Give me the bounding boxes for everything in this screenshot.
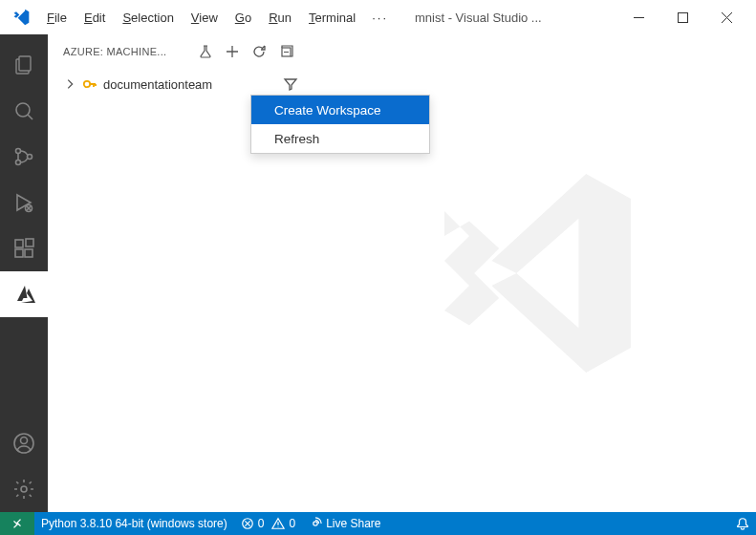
svg-point-13: [21, 438, 28, 444]
svg-point-16: [84, 81, 90, 87]
tree-item-label: documentationteam: [103, 77, 212, 92]
vscode-logo-icon: [11, 8, 31, 27]
close-button[interactable]: [704, 0, 748, 34]
status-bar: Python 3.8.10 64-bit (windows store) 0 0…: [0, 512, 756, 535]
activity-bar: [0, 34, 48, 512]
svg-point-14: [21, 486, 27, 492]
status-notifications[interactable]: [729, 512, 756, 535]
status-python[interactable]: Python 3.8.10 64-bit (windows store): [34, 512, 234, 535]
filter-icon[interactable]: [283, 76, 298, 92]
accounts-icon[interactable]: [0, 420, 48, 466]
explorer-icon[interactable]: [0, 42, 48, 88]
source-control-icon[interactable]: [0, 134, 48, 180]
sidebar-title: AZURE: MACHINE...: [63, 46, 189, 57]
chevron-right-icon: [63, 77, 76, 91]
svg-point-6: [28, 155, 32, 160]
menu-view[interactable]: View: [183, 7, 227, 29]
sidebar-header: AZURE: MACHINE...: [48, 34, 306, 69]
context-menu-refresh[interactable]: Refresh: [251, 124, 429, 153]
title-bar: File Edit Selection View Go Run Terminal…: [0, 0, 756, 34]
azure-icon[interactable]: [0, 271, 48, 317]
refresh-icon[interactable]: [248, 41, 270, 62]
context-menu-create-workspace[interactable]: Create Workspace: [251, 96, 429, 124]
status-problems[interactable]: 0 0: [234, 512, 302, 535]
svg-rect-11: [26, 239, 33, 246]
svg-rect-1: [678, 12, 687, 22]
minimize-button[interactable]: [616, 0, 660, 34]
menu-run[interactable]: Run: [260, 7, 300, 29]
menu-selection[interactable]: Selection: [114, 7, 182, 29]
menu-terminal[interactable]: Terminal: [300, 7, 364, 29]
svg-rect-2: [19, 56, 31, 71]
svg-point-3: [16, 103, 30, 117]
svg-rect-0: [634, 17, 644, 18]
menu-bar: File Edit Selection View Go Run Terminal…: [38, 7, 396, 29]
svg-point-5: [16, 160, 21, 165]
menu-overflow[interactable]: ···: [364, 7, 396, 29]
live-share-icon: [309, 517, 322, 530]
bell-icon: [736, 517, 749, 530]
maximize-button[interactable]: [660, 0, 704, 34]
window-title: mnist - Visual Studio ...: [396, 11, 616, 25]
remote-indicator[interactable]: [0, 512, 34, 535]
settings-gear-icon[interactable]: [0, 466, 48, 512]
menu-go[interactable]: Go: [227, 7, 260, 29]
error-icon: [241, 517, 254, 530]
vscode-watermark-icon: [407, 149, 656, 397]
search-icon[interactable]: [0, 88, 48, 134]
live-share-label: Live Share: [326, 517, 380, 530]
error-count: 0: [258, 517, 265, 530]
svg-point-18: [313, 522, 317, 525]
menu-file[interactable]: File: [38, 7, 76, 29]
collapse-all-icon[interactable]: [275, 41, 296, 62]
run-debug-icon[interactable]: [0, 180, 48, 225]
svg-rect-9: [15, 249, 23, 257]
svg-point-4: [16, 149, 21, 154]
beaker-icon[interactable]: [195, 41, 216, 62]
status-live-share[interactable]: Live Share: [302, 512, 387, 535]
warning-icon: [271, 517, 285, 530]
key-icon: [82, 76, 97, 92]
warning-count: 0: [289, 517, 295, 530]
add-icon[interactable]: [222, 41, 243, 62]
context-menu: Create Workspace Refresh: [250, 95, 430, 154]
svg-rect-8: [15, 240, 23, 247]
window-controls: [616, 0, 748, 34]
extensions-icon[interactable]: [0, 225, 48, 271]
main-area: AZURE: MACHINE... documen: [0, 34, 756, 512]
menu-edit[interactable]: Edit: [76, 7, 114, 29]
svg-rect-10: [25, 249, 32, 257]
tree-item-subscription[interactable]: documentationteam: [55, 73, 298, 96]
